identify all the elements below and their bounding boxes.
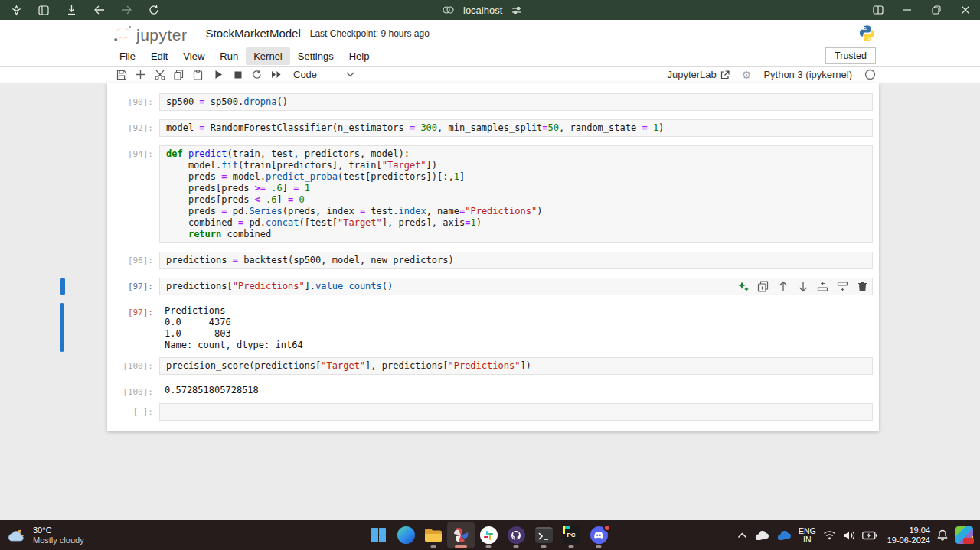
code-editor[interactable]: predictions = backtest(sp500, model, new… [159, 252, 873, 269]
code-line: precision_score(predictions["Target"], p… [166, 360, 866, 372]
code-editor[interactable]: predictions["Predictions"].value_counts(… [159, 278, 873, 295]
promo-app-icon[interactable] [955, 526, 974, 545]
onedrive-personal-icon[interactable] [754, 530, 769, 540]
interrupt-kernel-button[interactable] [228, 67, 247, 83]
wifi-icon[interactable] [823, 530, 836, 540]
code-cell[interactable]: [100]:precision_score(predictions["Targe… [107, 357, 879, 375]
open-jupyterlab-link[interactable]: JupyterLab [667, 69, 729, 80]
code-editor[interactable]: model = RandomForestClassifier(n_estimat… [159, 119, 873, 137]
run-cell-button[interactable] [209, 67, 228, 83]
menu-view[interactable]: View [175, 47, 212, 65]
add-cell-button[interactable] [131, 67, 150, 83]
address-url[interactable]: localhost [463, 5, 502, 16]
code-line: model = RandomForestClassifier(n_estimat… [166, 122, 866, 134]
notifications-bell-icon[interactable] [937, 529, 948, 541]
code-cell[interactable]: [92]:model = RandomForestClassifier(n_es… [107, 119, 879, 137]
app-logo-icon [452, 526, 470, 545]
input-prompt: [92]: [107, 119, 159, 137]
code-cell[interactable]: [96]:predictions = backtest(sp500, model… [107, 252, 879, 269]
site-settings-icon[interactable] [511, 5, 522, 15]
file-explorer-button[interactable] [420, 522, 447, 548]
code-editor[interactable]: def predict(train, test, predictors, mod… [159, 145, 873, 243]
slack-button[interactable] [475, 522, 502, 548]
weather-widget[interactable]: 30°C Mostly cloudy [6, 520, 84, 550]
active-indicator [455, 545, 467, 548]
output-line: Name: count, dtype: int64 [165, 340, 873, 351]
start-button[interactable] [364, 522, 392, 548]
gear-icon[interactable]: ⚙ [742, 69, 752, 81]
input-prompt: [100]: [107, 357, 159, 375]
link-icon[interactable] [443, 6, 454, 14]
tray-chevron-up-icon[interactable] [737, 532, 747, 539]
delete-cell-button[interactable] [856, 280, 869, 293]
github-desktop-button[interactable] [502, 522, 530, 548]
code-editor[interactable]: precision_score(predictions["Target"], p… [159, 357, 873, 375]
cell-toolbar [737, 280, 869, 293]
code-editor[interactable]: sp500 = sp500.dropna() [159, 93, 873, 111]
sidebar-toggle-icon[interactable] [37, 3, 51, 17]
cut-cell-button[interactable] [150, 67, 169, 83]
active-cell-indicator[interactable] [60, 303, 64, 352]
run-all-cells-button[interactable] [266, 67, 286, 83]
code-cell[interactable]: [90]:sp500 = sp500.dropna() [107, 93, 879, 111]
forward-icon[interactable] [119, 3, 133, 17]
menubar: File Edit View Run Kernel Settings Help … [0, 46, 980, 67]
jupyter-app-button[interactable] [447, 522, 475, 548]
notebook-scroll-area[interactable]: [90]:sp500 = sp500.dropna()[92]:model = … [0, 83, 980, 520]
clock-widget[interactable]: 19:04 19-06-2024 [887, 526, 930, 545]
minimize-button[interactable] [900, 3, 914, 17]
downloads-icon[interactable] [64, 3, 78, 17]
trusted-badge[interactable]: Trusted [825, 47, 876, 64]
github-icon [508, 526, 525, 544]
input-prompt: [90]: [107, 93, 159, 111]
insert-cell-below-button[interactable] [836, 280, 849, 293]
generate-ai-button[interactable] [737, 280, 750, 293]
language-code: ENG [799, 527, 816, 535]
jupyter-logo[interactable]: jupyter [113, 24, 188, 43]
active-cell-indicator[interactable] [60, 278, 65, 295]
insert-cell-above-button[interactable] [816, 280, 829, 293]
battery-icon[interactable] [862, 531, 877, 540]
duplicate-cell-button[interactable] [756, 280, 769, 293]
output-prompt: [97]: [107, 304, 159, 351]
code-cell[interactable]: [ ]: [107, 403, 879, 421]
cell-type-select[interactable]: Code [293, 69, 354, 80]
copy-cell-button[interactable] [169, 67, 188, 83]
menu-kernel[interactable]: Kernel [246, 47, 290, 65]
notebook-title[interactable]: StockMarketModel [206, 27, 301, 40]
split-window-icon[interactable] [871, 3, 885, 17]
code-cell[interactable]: [94]:def predict(train, test, predictors… [107, 145, 879, 243]
move-down-button[interactable] [796, 280, 809, 293]
volume-icon[interactable] [843, 530, 855, 541]
kernel-name[interactable]: Python 3 (ipykernel) [763, 69, 852, 80]
refresh-icon[interactable] [147, 3, 161, 17]
move-up-button[interactable] [776, 280, 789, 293]
close-button[interactable] [959, 3, 972, 17]
language-indicator[interactable]: ENG IN [799, 527, 816, 544]
restart-kernel-button[interactable] [247, 67, 266, 83]
paste-cell-button[interactable] [188, 67, 207, 83]
pycharm-button[interactable]: PC [557, 522, 585, 548]
menu-file[interactable]: File [112, 47, 143, 65]
edge-browser-button[interactable] [392, 522, 420, 548]
save-button[interactable] [112, 67, 131, 83]
menu-run[interactable]: Run [212, 47, 246, 65]
menu-settings[interactable]: Settings [290, 47, 341, 65]
output-cell[interactable]: [97]:Predictions0.0 43761.0 803Name: cou… [107, 304, 879, 351]
code-cell[interactable]: [97]:predictions["Predictions"].value_co… [107, 278, 879, 295]
code-line: preds = model.predict_proba(test[predict… [166, 171, 866, 183]
output-cell[interactable]: [100]:0.572851805728518 [107, 383, 879, 397]
menu-help[interactable]: Help [341, 47, 377, 65]
code-editor[interactable] [159, 403, 873, 421]
onedrive-icon[interactable] [776, 530, 792, 540]
back-icon[interactable] [92, 3, 106, 17]
code-line: def predict(train, test, predictors, mod… [166, 148, 866, 160]
terminal-button[interactable] [530, 522, 557, 548]
tray-date: 19-06-2024 [887, 535, 930, 545]
chevron-down-icon [346, 72, 354, 77]
edge-icon [397, 526, 415, 544]
output-prompt: [100]: [107, 383, 159, 397]
discord-button[interactable] [585, 522, 612, 548]
restore-button[interactable] [929, 3, 943, 17]
menu-edit[interactable]: Edit [143, 47, 175, 65]
